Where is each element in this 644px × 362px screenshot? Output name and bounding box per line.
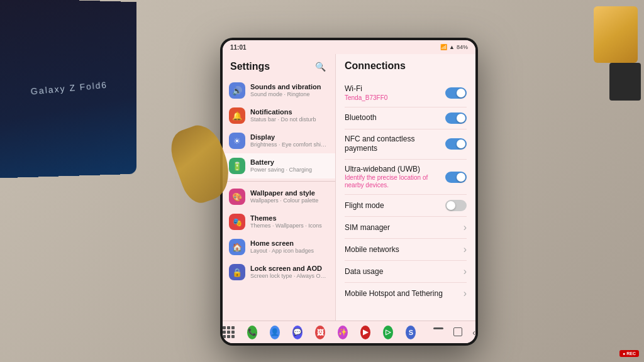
setting-sub-notifications: Status bar · Do not disturb [250,116,329,123]
conn-name-wifi: Wi-Fi [345,84,445,94]
toggle-knob-wifi [457,89,465,97]
settings-header: Settings 🔍 [223,54,335,78]
charger-plug [609,63,641,101]
conn-name-hotspot: Mobile Hotspot and Tethering [345,289,464,299]
contacts-app-icon[interactable]: 👤 [270,326,280,339]
setting-name-notifications: Notifications [250,108,329,116]
status-time: 11:01 [230,44,247,51]
conn-name-mobile_networks: Mobile networks [345,245,464,255]
setting-sub-lockscreen: Screen lock type · Always On Display [250,273,329,280]
search-button[interactable]: 🔍 [313,59,328,74]
setting-name-wallpaper: Wallpaper and style [250,189,329,197]
toggle-nfc[interactable] [445,138,467,150]
arrow-data_usage: › [464,266,467,277]
setting-name-battery: Battery [250,158,329,167]
conn-name-uwb: Ultra-wideband (UWB) [345,165,445,175]
nav-controls: ‹ [433,327,475,337]
phone-device: 11:01 📶 ▲ 84% Settings 🔍 🔊Sounds and vib… [220,38,478,346]
back-nav[interactable]: ‹ [472,327,475,337]
toggle-knob-uwb [457,173,465,182]
conn-name-flight: Flight mode [345,201,445,211]
settings-item-themes[interactable]: 🎭ThemesThemes · Wallpapers · Icons [223,209,335,234]
samsung-store-icon[interactable]: S [406,326,416,339]
accessories-area [569,0,644,126]
settings-title: Settings [230,61,270,72]
conn-item-hotspot[interactable]: Mobile Hotspot and Tethering› [345,283,467,304]
home-nav[interactable] [453,327,462,336]
signal-icon: 📶 [440,44,447,50]
status-bar: 11:01 📶 ▲ 84% [223,40,475,54]
setting-icon-battery: 🔋 [229,158,245,174]
setting-icon-notifications: 🔔 [229,107,245,124]
settings-item-notifications[interactable]: 🔔NotificationsStatus bar · Do not distur… [223,103,335,128]
setting-sub-wallpaper: Wallpapers · Colour palette [250,197,329,204]
connections-title: Connections [345,60,467,72]
conn-item-wifi[interactable]: Wi-FiTenda_B73FF0 [345,79,467,107]
setting-sub-battery: Power saving · Charging [250,167,329,173]
screen-content: Settings 🔍 🔊Sounds and vibrationSound mo… [223,54,475,321]
conn-name-sim: SIM manager [345,223,464,233]
conn-sub-wifi: Tenda_B73FF0 [345,94,445,102]
conn-item-flight[interactable]: Flight mode [345,195,467,217]
phone-screen: 11:01 📶 ▲ 84% Settings 🔍 🔊Sounds and vib… [223,40,475,343]
bixby-app-icon[interactable]: ✨ [338,326,348,339]
setting-icon-display: ☀ [229,133,245,149]
conn-item-bluetooth[interactable]: Bluetooth [345,107,467,129]
bottom-nav: 📞 👤 💬 🖼 ✨ ▶ ▷ S ‹ [223,321,475,343]
settings-item-wallpaper[interactable]: 🎨Wallpaper and styleWallpapers · Colour … [223,184,335,209]
record-badge: ● REC [619,350,639,357]
conn-name-bluetooth: Bluetooth [345,113,445,123]
connections-panel: Connections Wi-FiTenda_B73FF0BluetoothNF… [336,54,475,321]
setting-icon-home: 🏠 [229,239,245,255]
phone-app-icon[interactable]: 📞 [247,326,257,339]
conn-item-sim[interactable]: SIM manager› [345,217,467,239]
play-store-icon[interactable]: ▷ [383,326,393,339]
conn-sub-uwb: Identify the precise location of nearby … [345,174,445,189]
toggle-bluetooth[interactable] [445,112,467,124]
setting-name-themes: Themes [250,214,329,222]
messages-app-icon[interactable]: 💬 [292,326,303,339]
conn-item-nfc[interactable]: NFC and contactless payments [345,129,467,160]
conn-item-data_usage[interactable]: Data usage› [345,261,467,283]
conn-item-mobile_networks[interactable]: Mobile networks› [345,239,467,261]
setting-name-sounds: Sounds and vibration [250,83,329,91]
toggle-uwb[interactable] [445,172,467,183]
arrow-sim: › [464,222,467,233]
setting-name-display: Display [250,133,329,141]
toggle-knob-bluetooth [457,114,465,123]
battery-status: 84% [457,44,468,50]
setting-icon-lockscreen: 🔒 [229,264,245,280]
gallery-app-icon[interactable]: 🖼 [315,326,325,339]
setting-sub-home: Layout · App icon badges [250,248,329,255]
settings-item-sounds[interactable]: 🔊Sounds and vibrationSound mode · Ringto… [223,78,335,103]
conn-name-nfc: NFC and contactless payments [345,134,445,154]
toggle-knob-flight [447,201,455,210]
setting-icon-sounds: 🔊 [229,82,245,99]
arrow-hotspot: › [464,288,467,299]
divider-after-battery [223,181,335,182]
conn-name-data_usage: Data usage [345,267,464,277]
toggle-flight[interactable] [445,200,467,211]
setting-sub-themes: Themes · Wallpapers · Icons [250,222,329,229]
setting-icon-wallpaper: 🎨 [229,189,245,205]
apps-grid-icon[interactable] [223,326,235,338]
settings-list: 🔊Sounds and vibrationSound mode · Ringto… [223,78,335,321]
settings-item-display[interactable]: ☀DisplayBrightness · Eye comfort shield … [223,128,335,153]
setting-name-home: Home screen [250,239,329,248]
settings-item-lockscreen[interactable]: 🔒Lock screen and AODScreen lock type · A… [223,260,335,285]
toggle-wifi[interactable] [445,87,467,99]
toggle-knob-nfc [457,140,465,148]
product-box-label: Galaxy Z Fold6 [30,80,107,97]
settings-panel: Settings 🔍 🔊Sounds and vibrationSound mo… [223,54,336,321]
youtube-app-icon[interactable]: ▶ [360,326,370,339]
settings-item-home[interactable]: 🏠Home screenLayout · App icon badges [223,234,335,260]
status-icons: 📶 ▲ 84% [440,44,468,50]
conn-item-uwb[interactable]: Ultra-wideband (UWB)Identify the precise… [345,160,467,195]
setting-sub-display: Brightness · Eye comfort shield · Naviga… [250,141,329,148]
charger-block [594,6,638,63]
settings-item-battery[interactable]: 🔋BatteryPower saving · Charging [223,153,335,178]
setting-icon-themes: 🎭 [229,214,245,230]
arrow-mobile_networks: › [464,244,467,255]
recent-apps-nav[interactable] [433,327,443,329]
product-box: Galaxy Z Fold6 [0,0,136,178]
